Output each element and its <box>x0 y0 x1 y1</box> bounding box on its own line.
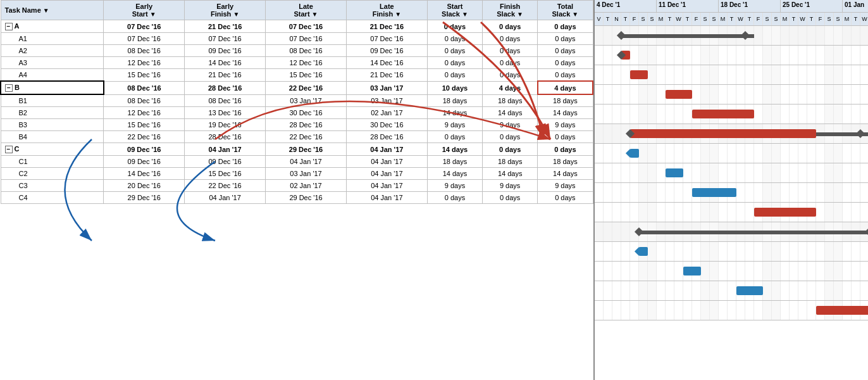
cell-b2-late-start: 30 Dec '16 <box>266 107 347 119</box>
cell-a-late-finish: 21 Dec '16 <box>346 20 427 33</box>
gantt-row-c <box>595 222 868 242</box>
task-name-a3: A3 <box>1 57 104 69</box>
gantt-day-30: W <box>860 13 868 25</box>
cell-a3-total-slack: 0 days <box>538 57 593 69</box>
cell-a3-start-slack: 0 days <box>427 57 482 69</box>
expand-btn-c[interactable]: − <box>5 146 13 153</box>
gantt-row-b <box>595 124 868 144</box>
cell-a1-total-slack: 0 days <box>538 33 593 45</box>
gantt-week-4: 01 Jan <box>843 0 868 12</box>
task-label-a: A <box>15 22 20 30</box>
indent-spacer <box>5 97 19 104</box>
expand-btn-a[interactable]: − <box>5 23 13 30</box>
cell-c-early-finish: 04 Jan '17 <box>185 143 266 156</box>
task-label-b2: B2 <box>19 109 27 117</box>
col-header-total-slack[interactable]: TotalSlack ▼ <box>538 1 593 20</box>
cell-b4-late-start: 22 Dec '16 <box>266 131 347 143</box>
task-label-a1: A1 <box>19 35 27 42</box>
main-container: Task Name ▼ EarlyStart ▼ EarlyFinish ▼ L… <box>0 0 868 380</box>
col-header-start-slack[interactable]: StartSlack ▼ <box>427 1 482 20</box>
task-label-b1: B1 <box>19 97 27 104</box>
cell-b2-total-slack: 14 days <box>538 107 593 119</box>
cell-a-start-slack: 0 days <box>427 20 482 33</box>
gantt-day-7: M <box>657 13 666 25</box>
table-row-c4: C429 Dec '1604 Jan '1729 Dec '1604 Jan '… <box>1 192 593 204</box>
task-label-b4: B4 <box>19 133 27 141</box>
task-name-a2: A2 <box>1 45 104 57</box>
gantt-day-10: T <box>683 13 692 25</box>
cell-b2-start-slack: 14 days <box>427 107 482 119</box>
task-label-a2: A2 <box>19 47 27 54</box>
cell-c1-late-finish: 04 Jan '17 <box>346 156 427 168</box>
col-header-late-start[interactable]: LateStart ▼ <box>266 1 347 20</box>
task-name-a4: A4 <box>1 69 104 82</box>
indent-spacer <box>5 35 19 42</box>
cell-c4-early-start: 29 Dec '16 <box>104 192 185 204</box>
gantt-header: 4 Dec '111 Dec '118 Dec '125 Dec '101 Ja… <box>595 0 868 26</box>
gantt-row-c4 <box>595 301 868 320</box>
gantt-bar-a4 <box>692 110 754 118</box>
cell-c4-start-slack: 0 days <box>427 192 482 204</box>
grid-lines <box>595 262 868 281</box>
cell-c3-late-finish: 04 Jan '17 <box>346 180 427 192</box>
col-header-early-finish[interactable]: EarlyFinish ▼ <box>185 1 266 20</box>
gantt-day-21: M <box>781 13 790 25</box>
cell-a3-early-finish: 14 Dec '16 <box>185 57 266 69</box>
cell-b4-early-finish: 28 Dec '16 <box>185 131 266 143</box>
gantt-day-22: T <box>790 13 798 25</box>
cell-a1-finish-slack: 0 days <box>483 33 538 45</box>
gantt-days-row: VTNTFSSMTWTFSSMTWTFSSMTWTFSSMTWTFSS <box>595 13 868 25</box>
cell-b-total-slack: 4 days <box>538 81 593 94</box>
cell-a1-early-finish: 07 Dec '16 <box>185 33 266 45</box>
gantt-week-1: 11 Dec '1 <box>657 0 719 12</box>
col-header-early-start[interactable]: EarlyStart ▼ <box>104 1 185 20</box>
gantt-row-c2 <box>595 262 868 281</box>
gantt-week-3: 25 Dec '1 <box>781 0 843 12</box>
gantt-row-a1 <box>595 46 868 65</box>
table-row-b3: B315 Dec '1619 Dec '1628 Dec '1630 Dec '… <box>1 119 593 131</box>
gantt-day-9: W <box>674 13 683 25</box>
cell-c2-early-start: 14 Dec '16 <box>104 168 185 180</box>
expand-btn-b[interactable]: − <box>5 84 13 92</box>
table-row-b2: B212 Dec '1613 Dec '1630 Dec '1602 Jan '… <box>1 107 593 119</box>
indent-spacer <box>5 158 19 165</box>
gantt-day-4: F <box>630 13 639 25</box>
cell-a3-early-start: 12 Dec '16 <box>104 57 185 69</box>
cell-c3-total-slack: 9 days <box>538 180 593 192</box>
cell-c2-total-slack: 14 days <box>538 168 593 180</box>
table-row-a3: A312 Dec '1614 Dec '1612 Dec '1614 Dec '… <box>1 57 593 69</box>
cell-a-total-slack: 0 days <box>538 20 593 33</box>
gantt-day-0: V <box>595 13 604 25</box>
task-name-b4: B4 <box>1 131 104 143</box>
gantt-day-8: T <box>666 13 674 25</box>
gantt-day-15: T <box>728 13 736 25</box>
cell-b1-total-slack: 18 days <box>538 94 593 107</box>
cell-b1-late-start: 03 Jan '17 <box>266 94 347 107</box>
indent-spacer <box>5 47 19 54</box>
cell-a-early-start: 07 Dec '16 <box>104 20 185 33</box>
gantt-row-a3 <box>595 85 868 104</box>
cell-c1-finish-slack: 18 days <box>483 156 538 168</box>
cell-c4-late-start: 29 Dec '16 <box>266 192 347 204</box>
task-name-b: −B <box>1 81 104 94</box>
cell-b-finish-slack: 4 days <box>483 81 538 94</box>
cell-c3-finish-slack: 9 days <box>483 180 538 192</box>
cell-b-late-start: 22 Dec '16 <box>266 81 347 94</box>
cell-c1-early-start: 09 Dec '16 <box>104 156 185 168</box>
cell-b4-late-finish: 28 Dec '16 <box>346 131 427 143</box>
gantt-bar-a2 <box>630 70 648 79</box>
gantt-bar-b <box>630 129 816 138</box>
col-header-late-finish[interactable]: LateFinish ▼ <box>346 1 427 20</box>
gantt-day-23: W <box>798 13 807 25</box>
task-label-c: C <box>15 145 20 153</box>
cell-c4-finish-slack: 0 days <box>483 192 538 204</box>
cell-a4-late-start: 15 Dec '16 <box>266 69 347 82</box>
col-header-task[interactable]: Task Name ▼ <box>1 1 104 20</box>
cell-c4-late-finish: 04 Jan '17 <box>346 192 427 204</box>
task-name-c: −C <box>1 143 104 156</box>
task-label-a3: A3 <box>19 59 27 66</box>
gantt-bar-c3 <box>736 286 763 295</box>
cell-a-early-finish: 21 Dec '16 <box>185 20 266 33</box>
cell-a2-early-finish: 09 Dec '16 <box>185 45 266 57</box>
col-header-finish-slack[interactable]: FinishSlack ▼ <box>483 1 538 20</box>
